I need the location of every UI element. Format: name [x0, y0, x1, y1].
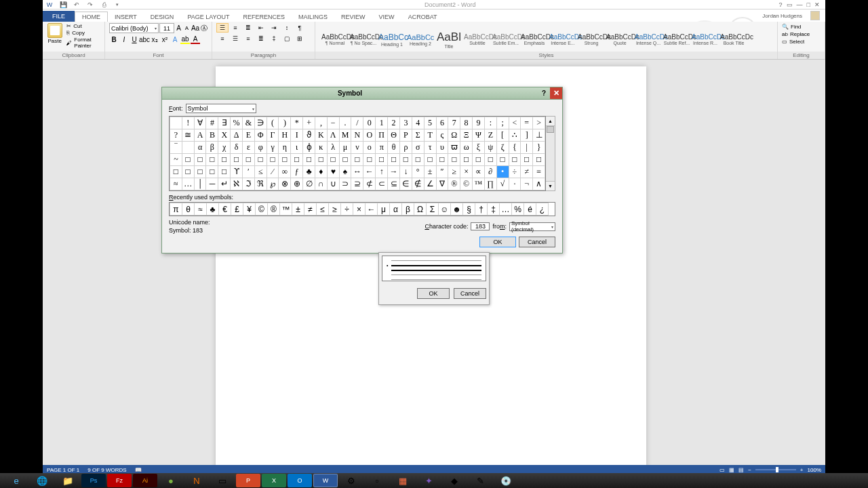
taskbar-photoshop-icon[interactable]: Ps	[81, 474, 106, 487]
recent-symbol-cell[interactable]: ‡	[488, 203, 500, 216]
recent-symbol-cell[interactable]: π	[170, 203, 182, 216]
symbol-cell[interactable]: ;	[496, 117, 509, 129]
symbol-cell[interactable]: Χ	[218, 129, 231, 142]
zoom-out-button[interactable]: −	[748, 467, 751, 473]
symbol-cell[interactable]: ∝	[473, 166, 485, 178]
recent-symbol-cell[interactable]: ←	[366, 203, 378, 216]
recent-symbol-cell[interactable]: ☻	[451, 203, 463, 216]
taskbar-app1-icon[interactable]: ●	[159, 474, 183, 487]
symbol-cell[interactable]: ⊆	[388, 178, 400, 190]
symbol-cell[interactable]: <	[509, 117, 521, 129]
bold-button[interactable]: B	[109, 35, 119, 44]
taskbar-outlook-icon[interactable]: O	[288, 474, 312, 487]
minimize-icon[interactable]: —	[797, 1, 803, 8]
recent-symbol-cell[interactable]: ¥	[243, 203, 256, 216]
symbol-cell[interactable]: 1	[376, 117, 388, 129]
symbol-cell[interactable]: ∂	[484, 166, 496, 178]
symbol-cell[interactable]: □	[218, 166, 231, 178]
symbol-cell[interactable]: Φ	[254, 129, 267, 142]
symbol-cell[interactable]: □	[473, 154, 485, 166]
symbol-cell[interactable]: ¬	[521, 178, 533, 190]
symbol-cell[interactable]: 5	[424, 117, 436, 129]
sub-ok-button[interactable]: OK	[417, 288, 450, 299]
tab-acrobat[interactable]: ACROBAT	[401, 12, 444, 22]
font-size-select[interactable]: 11	[159, 23, 174, 33]
zoom-slider[interactable]	[755, 469, 796, 470]
symbol-cell[interactable]: [	[496, 129, 509, 142]
paste-button[interactable]: Paste	[47, 23, 62, 49]
symbol-cell[interactable]: □	[242, 154, 254, 166]
symbol-cell[interactable]: ♥	[327, 166, 339, 178]
scroll-up-button[interactable]: ▲	[546, 117, 555, 126]
symbol-cell[interactable]: 6	[436, 117, 448, 129]
symbol-cell[interactable]: Σ	[412, 129, 424, 142]
symbol-cell[interactable]: ≡	[533, 166, 545, 178]
symbol-cell[interactable]: !	[182, 117, 194, 129]
symbol-cell[interactable]: =	[521, 117, 533, 129]
symbol-cell[interactable]: •	[496, 166, 509, 178]
symbol-cell[interactable]: μ	[339, 142, 351, 154]
symbol-cell[interactable]: □	[521, 154, 533, 166]
symbol-cell[interactable]: □	[206, 154, 218, 166]
symbol-cell[interactable]: Π	[376, 129, 388, 142]
find-button[interactable]: 🔍Find	[782, 23, 821, 30]
zoom-level[interactable]: 100%	[808, 467, 821, 473]
undo-icon[interactable]: ↶	[73, 1, 81, 9]
symbol-cell[interactable]: ο	[363, 142, 376, 154]
recent-symbol-cell[interactable]: …	[500, 203, 512, 216]
symbol-cell[interactable]: ↔	[351, 166, 363, 178]
symbol-cell[interactable]: }	[533, 142, 545, 154]
symbol-cell[interactable]: ↵	[218, 178, 231, 190]
symbol-cell[interactable]: ∩	[315, 178, 327, 190]
tab-view[interactable]: VIEW	[372, 12, 401, 22]
recent-symbol-cell[interactable]: β	[402, 203, 414, 216]
symbol-cell[interactable]: δ	[231, 142, 243, 154]
text-effects-button[interactable]: A	[170, 35, 180, 44]
symbol-cell[interactable]: □	[509, 154, 521, 166]
symbol-cell[interactable]: τ	[424, 142, 436, 154]
recent-symbol-cell[interactable]: ±	[292, 203, 304, 216]
numbering-button[interactable]: ≡	[229, 23, 241, 33]
view-read-icon[interactable]: ▭	[719, 467, 725, 473]
symbol-cell[interactable]: √	[496, 178, 509, 190]
taskbar-app7-icon[interactable]: ✦	[416, 474, 441, 487]
recent-symbol-cell[interactable]: ÷	[341, 203, 353, 216]
symbol-cell[interactable]: >	[533, 117, 545, 129]
symbol-cell[interactable]: ─	[206, 178, 218, 190]
scroll-down-button[interactable]: ▼	[546, 181, 555, 190]
symbol-cell[interactable]: ÷	[509, 166, 521, 178]
symbol-cell[interactable]: ℘	[267, 178, 279, 190]
symbol-cell[interactable]: ?	[170, 129, 182, 142]
symbol-cell[interactable]: 8	[460, 117, 473, 129]
recent-symbol-cell[interactable]: μ	[378, 203, 390, 216]
italic-button[interactable]: I	[119, 35, 129, 44]
symbol-cell[interactable]: ƒ	[291, 166, 303, 178]
symbol-cell[interactable]: |	[521, 142, 533, 154]
symbol-cell[interactable]: π	[376, 142, 388, 154]
recent-symbol-cell[interactable]: ☺	[439, 203, 451, 216]
symbol-cell[interactable]: η	[279, 142, 291, 154]
shrink-font-icon[interactable]: A	[183, 24, 191, 33]
symbol-cell[interactable]: □	[448, 154, 460, 166]
redo-icon[interactable]: ↷	[86, 1, 94, 9]
symbol-cell[interactable]: □	[399, 154, 412, 166]
symbol-cell[interactable]: ξ	[473, 142, 485, 154]
symbol-cell[interactable]: □	[231, 154, 243, 166]
page-count[interactable]: PAGE 1 OF 1	[47, 467, 79, 473]
symbol-cell[interactable]: Ε	[242, 129, 254, 142]
symbol-cell[interactable]: *	[291, 117, 303, 129]
symbol-cell[interactable]: Ν	[351, 129, 363, 142]
symbol-cell[interactable]: ‾	[170, 142, 182, 154]
symbol-cell[interactable]: Α	[194, 129, 206, 142]
symbol-cell[interactable]: λ	[327, 142, 339, 154]
style-item[interactable]: AaBbCcDcStrong	[577, 24, 606, 54]
symbol-cell[interactable]: Λ	[327, 129, 339, 142]
symbol-cell[interactable]: ω	[460, 142, 473, 154]
copy-button[interactable]: ⎘Copy	[66, 30, 100, 36]
style-item[interactable]: AaBbCcDcSubtitle	[463, 24, 492, 54]
symbol-cell[interactable]: ℑ	[242, 178, 254, 190]
recent-symbol-cell[interactable]: %	[512, 203, 524, 216]
symbol-cell[interactable]: 3	[399, 117, 412, 129]
scroll-thumb[interactable]	[547, 126, 554, 133]
style-item[interactable]: AaBbCcHeading 1	[378, 24, 406, 54]
